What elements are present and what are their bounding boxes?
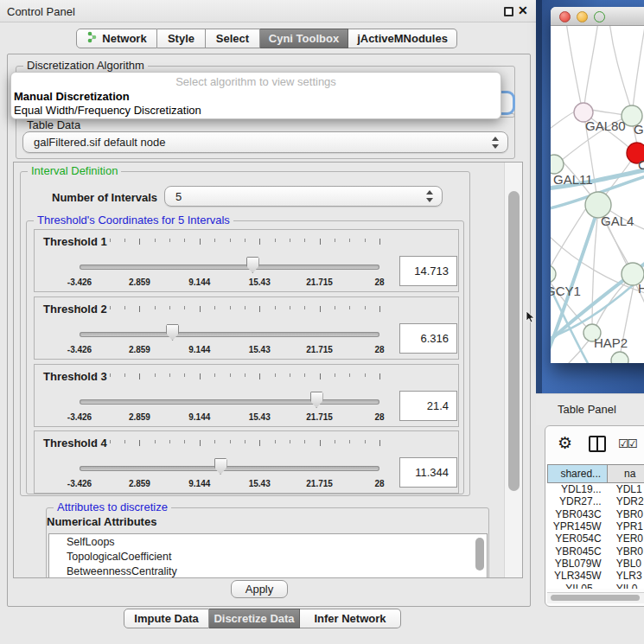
slider-tick xyxy=(80,373,80,379)
table-row[interactable]: YER054CYER0 xyxy=(547,532,644,545)
threshold-row-3: Threshold 3 -3.4262.8599.14415.4321.7152… xyxy=(34,364,459,427)
tab-jactivemnodules[interactable]: jActiveMNodules xyxy=(348,29,457,48)
threshold-value-field[interactable]: 14.713 xyxy=(399,256,457,286)
table-row[interactable]: YBR043CYBR0 xyxy=(547,508,644,520)
network-window-titlebar[interactable] xyxy=(551,7,644,26)
slider-tick-label: 15.43 xyxy=(249,412,271,422)
table-row[interactable]: YBR045CYBR0 xyxy=(547,545,644,557)
tab-select[interactable]: Select xyxy=(206,29,260,48)
table-hscrollbar-track[interactable] xyxy=(547,592,644,603)
table-cell[interactable]: YBL079W xyxy=(547,558,609,570)
slider-tick xyxy=(245,373,245,377)
close-icon[interactable]: ✕ xyxy=(518,3,528,17)
table-cell[interactable]: YLR3 xyxy=(609,570,644,582)
table-cell[interactable]: YBR0 xyxy=(609,508,644,520)
slider-tick xyxy=(259,239,260,245)
attribute-list-item[interactable]: TopologicalCoefficient xyxy=(49,549,487,564)
tab-impute-data[interactable]: Impute Data xyxy=(124,609,209,628)
table-cell[interactable]: YDR27... xyxy=(547,495,609,507)
table-cell[interactable]: YBR0 xyxy=(609,545,644,557)
number-of-intervals-combo[interactable]: 5 xyxy=(164,186,443,207)
slider-tick-label: 9.144 xyxy=(188,412,210,422)
tab-network[interactable]: Network xyxy=(76,29,157,48)
table-cell[interactable]: YDR2 xyxy=(609,495,644,507)
table-row[interactable]: YLR345WYLR3 xyxy=(547,570,644,582)
table-row[interactable]: YBL079WYBL0 xyxy=(547,558,644,570)
table-cell[interactable]: YIL05... xyxy=(547,582,609,589)
slider-tick xyxy=(365,440,366,443)
table-cell[interactable]: YIL0 xyxy=(609,582,644,589)
slider-tick xyxy=(335,373,335,377)
close-traffic-light-icon[interactable] xyxy=(559,11,571,22)
list-scrollbar[interactable] xyxy=(475,538,484,571)
float-window-icon[interactable] xyxy=(504,7,513,16)
threshold-value-field[interactable]: 21.4 xyxy=(399,391,457,421)
table-data-combo[interactable]: galFiltered.sif default node xyxy=(22,131,508,153)
threshold-slider-thumb[interactable] xyxy=(310,392,323,408)
table-body[interactable]: YDL19...YDL1YDR27...YDR2YBR043CYBR0YPR14… xyxy=(547,483,644,589)
threshold-slider-thumb[interactable] xyxy=(214,458,227,475)
table-cell[interactable]: YBL0 xyxy=(609,558,644,570)
attributes-group-label: Attributes to discretize xyxy=(54,501,171,513)
slider-tick xyxy=(94,239,95,242)
slider-tick xyxy=(320,239,321,245)
gear-icon[interactable]: ⚙ xyxy=(558,433,572,453)
slider-tick xyxy=(230,239,231,242)
threshold-slider-track[interactable] xyxy=(80,332,379,337)
popup-item-equal-width-frequency[interactable]: Equal Width/Frequency Discretization xyxy=(14,104,201,117)
attribute-list-item[interactable]: BetweennessCentrality xyxy=(49,564,487,578)
svg-text:C: C xyxy=(638,157,644,172)
numerical-attributes-list[interactable]: SelfLoopsTopologicalCoefficientBetweenne… xyxy=(48,533,488,578)
table-hscrollbar-thumb[interactable] xyxy=(551,595,640,601)
table-cell[interactable]: YDL1 xyxy=(609,483,644,495)
table-row[interactable]: YPR145WYPR1 xyxy=(547,520,644,532)
table-cell[interactable]: YPR145W xyxy=(547,520,609,532)
split-columns-icon[interactable] xyxy=(589,436,606,452)
slider-tick-label: 15.43 xyxy=(249,345,271,354)
table-row[interactable]: YDL19...YDL1 xyxy=(547,483,644,495)
threshold-value-field[interactable]: 6.316 xyxy=(399,323,457,354)
zoom-traffic-light-icon[interactable] xyxy=(594,11,605,22)
network-canvas[interactable]: GAL80 G. C GAL11 GAL4 GCY1 H HAP2 xyxy=(551,26,644,363)
slider-tick-label: 2.859 xyxy=(129,277,150,287)
tab-network-label: Network xyxy=(102,32,146,45)
tab-cyni-toolbox[interactable]: Cyni Toolbox xyxy=(260,29,348,48)
scrollbar-track[interactable] xyxy=(504,163,523,577)
table-row[interactable]: YDR27...YDR2 xyxy=(547,495,644,507)
attribute-list-item[interactable]: SelfLoops xyxy=(49,534,487,549)
popup-placeholder-item[interactable]: Select algorithm to view settings xyxy=(11,75,501,88)
table-cell[interactable]: YBR045C xyxy=(547,545,609,557)
tab-discretize-data[interactable]: Discretize Data xyxy=(209,609,300,628)
slider-tick xyxy=(304,440,305,443)
threshold-slider-track[interactable] xyxy=(80,265,379,270)
table-cell[interactable]: YBR043C xyxy=(547,508,609,520)
table-toolbar: ⚙ ☑☑ xyxy=(545,426,644,464)
select-columns-icon[interactable]: ☑☑ xyxy=(618,437,636,450)
column-header-name[interactable]: na xyxy=(608,464,644,483)
slider-tick xyxy=(230,440,231,443)
tab-infer-network[interactable]: Infer Network xyxy=(300,609,401,628)
svg-text:HAP2: HAP2 xyxy=(594,335,628,350)
minimize-traffic-light-icon[interactable] xyxy=(577,11,588,22)
threshold-slider-track[interactable] xyxy=(80,399,379,405)
popup-item-manual-discretization[interactable]: Manual Discretization xyxy=(14,90,130,103)
threshold-slider-track[interactable] xyxy=(80,466,379,471)
table-cell[interactable]: YLR345W xyxy=(547,570,609,582)
slider-tick xyxy=(335,239,335,242)
column-header-shared-name[interactable]: shared... xyxy=(547,464,608,483)
table-cell[interactable]: YER054C xyxy=(547,532,609,545)
table-cell[interactable]: YER0 xyxy=(609,532,644,545)
apply-button[interactable]: Apply xyxy=(231,580,288,598)
threshold-slider-thumb[interactable] xyxy=(246,257,259,273)
tab-style[interactable]: Style xyxy=(157,29,206,48)
table-cell[interactable]: YDL19... xyxy=(547,483,609,495)
slider-tick xyxy=(275,306,276,309)
threshold-slider-thumb[interactable] xyxy=(166,324,179,341)
table-row[interactable]: YIL05...YIL0 xyxy=(547,582,644,589)
table-cell[interactable]: YPR1 xyxy=(609,520,644,532)
threshold-value-field[interactable]: 11.344 xyxy=(399,457,457,488)
svg-text:H: H xyxy=(638,281,644,296)
slider-tick-label: 9.144 xyxy=(188,345,210,354)
scrollbar-thumb[interactable] xyxy=(508,191,520,491)
thresholds-group-label: Threshold's Coordinates for 5 Intervals xyxy=(34,214,233,226)
